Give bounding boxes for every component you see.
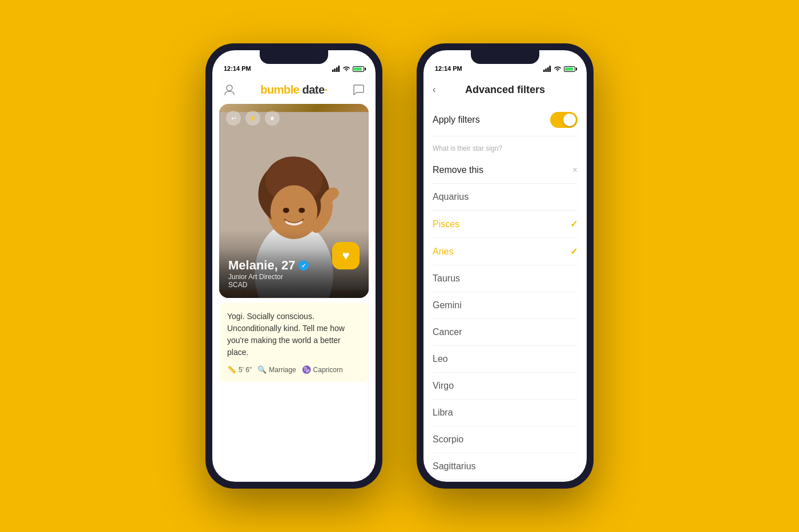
svg-rect-20: [550, 66, 551, 72]
status-icons-left: [332, 66, 364, 72]
remove-this-text: Remove this: [433, 165, 483, 175]
filter-title: Advanced filters: [465, 84, 545, 96]
time-right: 12:14 PM: [435, 65, 462, 72]
intent-tag: 🔍 Marriage: [257, 365, 296, 374]
zodiac-tag: ♑ Capricorn: [302, 365, 343, 374]
list-item-sagittarius[interactable]: Sagittarius: [433, 453, 578, 480]
signal-icon: [332, 66, 340, 72]
right-phone: 12:14 PM: [417, 43, 594, 489]
leo-label: Leo: [433, 354, 448, 364]
clear-icon[interactable]: ×: [572, 165, 578, 175]
heart-search-icon: 🔍: [257, 365, 267, 374]
profile-job: Junior Art Director: [228, 273, 360, 281]
svg-point-4: [227, 85, 232, 91]
list-item-cancer[interactable]: Cancer: [433, 319, 578, 346]
signal-icon-right: [543, 66, 551, 72]
wifi-icon: [342, 66, 350, 72]
cancer-label: Cancer: [433, 327, 462, 337]
toggle-knob: [563, 114, 576, 126]
aries-label: Aries: [433, 247, 453, 257]
list-item-aries[interactable]: Aries ✓: [433, 238, 578, 265]
svg-point-16: [298, 208, 305, 213]
scorpio-label: Scorpio: [433, 434, 463, 445]
pisces-check-icon: ✓: [570, 219, 578, 229]
remove-this-item[interactable]: Remove this ×: [433, 157, 578, 184]
list-item-scorpio[interactable]: Scorpio: [433, 426, 578, 453]
aries-check-icon: ✓: [570, 246, 578, 257]
star-sign-section-label: What is their star sign?: [433, 136, 578, 157]
battery-icon-left: [353, 66, 364, 72]
list-item-pisces[interactable]: Pisces ✓: [433, 211, 578, 238]
height-icon: 📏: [227, 365, 236, 374]
list-item-virgo[interactable]: Virgo: [433, 373, 578, 400]
filter-header: ‹ Advanced filters: [423, 75, 587, 104]
svg-rect-18: [546, 68, 547, 72]
gemini-label: Gemini: [433, 300, 462, 311]
chat-icon: [352, 83, 365, 96]
bumble-logo: bumble date·: [260, 83, 327, 96]
bio-text: Yogi. Socially conscious. Unconditionall…: [227, 311, 361, 358]
apply-filters-label: Apply filters: [433, 115, 480, 125]
message-icon-btn[interactable]: [350, 82, 366, 98]
phone-notch-right: [471, 50, 539, 64]
profile-app: bumble date·: [212, 75, 376, 482]
time-left: 12:14 PM: [224, 65, 251, 72]
pisces-label: Pisces: [433, 219, 459, 229]
star-sign-list: Aquarius Pisces ✓ Aries ✓ Taurus Gemini: [433, 184, 578, 480]
rewind-icon-btn[interactable]: ↩: [226, 111, 241, 126]
apply-filters-row[interactable]: Apply filters: [433, 104, 578, 136]
user-icon: [223, 83, 236, 96]
taurus-label: Taurus: [433, 273, 460, 284]
list-item-aquarius[interactable]: Aquarius: [433, 184, 578, 211]
verified-badge: ✓: [298, 260, 309, 271]
filter-app: ‹ Advanced filters Apply filters What is…: [423, 75, 587, 482]
height-tag: 📏 5' 6": [227, 365, 252, 374]
libra-label: Libra: [433, 408, 453, 418]
like-button[interactable]: ♥: [332, 242, 360, 269]
svg-rect-0: [332, 70, 334, 72]
zodiac-icon: ♑: [302, 365, 311, 374]
battery-icon-right: [564, 66, 575, 72]
filter-content[interactable]: Apply filters What is their star sign? R…: [423, 104, 587, 482]
list-item-libra[interactable]: Libra: [433, 400, 578, 426]
sagittarius-label: Sagittarius: [433, 461, 476, 471]
status-icons-right: [543, 66, 575, 72]
svg-rect-19: [547, 67, 549, 72]
profile-tags: 📏 5' 6" 🔍 Marriage ♑ Capricorn: [227, 365, 361, 374]
photo-action-icons: ↩ ⚡ ★: [226, 111, 280, 126]
svg-rect-2: [336, 67, 338, 72]
profile-card[interactable]: ↩ ⚡ ★ Melanie, 27 ✓ Junior Art Director …: [219, 104, 369, 298]
svg-rect-3: [338, 66, 340, 72]
boost-icon-btn[interactable]: ⚡: [245, 111, 260, 126]
list-item-taurus[interactable]: Taurus: [433, 265, 578, 292]
phone-notch: [260, 50, 328, 64]
svg-point-15: [283, 208, 289, 213]
left-phone: 12:14 PM: [205, 43, 382, 489]
svg-rect-17: [543, 70, 545, 72]
superswipe-icon-btn[interactable]: ★: [265, 111, 280, 126]
list-item-leo[interactable]: Leo: [433, 346, 578, 373]
back-button[interactable]: ‹: [433, 84, 435, 95]
profile-bio-section: Yogi. Socially conscious. Unconditionall…: [219, 303, 369, 382]
profile-icon[interactable]: [221, 82, 237, 98]
list-item-gemini[interactable]: Gemini: [433, 292, 578, 319]
svg-rect-1: [334, 68, 336, 72]
wifi-icon-right: [554, 66, 562, 72]
app-header: bumble date·: [212, 75, 376, 104]
aquarius-label: Aquarius: [433, 192, 469, 202]
profile-school: SCAD: [228, 281, 360, 289]
apply-filters-toggle[interactable]: [550, 112, 578, 128]
virgo-label: Virgo: [433, 381, 454, 391]
